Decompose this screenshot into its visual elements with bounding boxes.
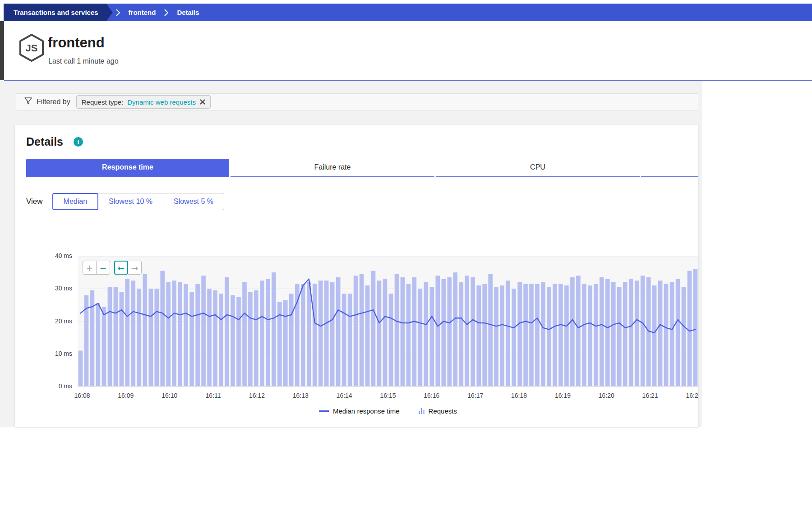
tab-label: Response time bbox=[102, 163, 153, 171]
svg-text:JS: JS bbox=[26, 42, 38, 54]
bar-chart-icon bbox=[419, 408, 424, 414]
pan-left-button[interactable]: ← bbox=[114, 261, 128, 275]
filter-funnel-icon bbox=[24, 97, 32, 106]
arrow-left-icon: ← bbox=[118, 263, 125, 273]
service-header: JS frontend Last call 1 minute ago bbox=[4, 21, 812, 80]
zoom-out-icon: − bbox=[100, 263, 107, 273]
view-selector: View Median Slowest 10 % Slowest 5 % bbox=[26, 193, 224, 211]
details-heading: Details bbox=[26, 135, 63, 148]
tab-failure-rate[interactable]: Failure rate bbox=[231, 159, 434, 177]
legend-label: Requests bbox=[429, 407, 457, 415]
tab-label: Failure rate bbox=[314, 163, 351, 171]
page-title: frontend bbox=[48, 35, 105, 51]
tab-truncated[interactable] bbox=[641, 159, 698, 177]
tab-response-time[interactable]: Response time bbox=[26, 159, 229, 177]
pan-right-button[interactable]: → bbox=[128, 261, 142, 275]
breadcrumb-details[interactable]: Details bbox=[171, 4, 204, 21]
chevron-right-icon bbox=[161, 4, 171, 21]
y-axis-tick-label: 10 ms bbox=[40, 350, 72, 357]
view-option-slowest-10[interactable]: Slowest 10 % bbox=[98, 193, 163, 210]
legend-median-response-time[interactable]: Median response time bbox=[319, 407, 400, 415]
response-time-chart[interactable] bbox=[78, 256, 698, 386]
breadcrumb-label: Transactions and services bbox=[14, 9, 98, 16]
info-icon[interactable]: i bbox=[74, 137, 83, 147]
view-option-label: Slowest 5 % bbox=[174, 198, 213, 206]
breadcrumb-label: Details bbox=[177, 9, 199, 16]
view-option-slowest-5[interactable]: Slowest 5 % bbox=[163, 193, 224, 210]
legend-label: Median response time bbox=[333, 407, 400, 415]
chart-zoom-controls: + − ← → bbox=[83, 261, 142, 275]
chevron-right-icon bbox=[113, 4, 123, 21]
view-option-label: Slowest 10 % bbox=[109, 198, 152, 206]
remove-filter-icon[interactable] bbox=[200, 99, 205, 105]
zoom-in-button[interactable]: + bbox=[83, 261, 97, 275]
y-axis-tick-label: 0 ms bbox=[40, 382, 72, 390]
zoom-out-button[interactable]: − bbox=[96, 261, 110, 275]
chart-legend: Median response time Requests bbox=[78, 405, 698, 416]
view-option-median[interactable]: Median bbox=[52, 193, 98, 210]
line-marker-icon bbox=[319, 410, 329, 412]
filter-chip-value: Dynamic web requests bbox=[127, 98, 196, 106]
legend-requests[interactable]: Requests bbox=[419, 407, 457, 415]
y-axis-tick-label: 30 ms bbox=[40, 285, 72, 292]
page: { "breadcrumb": { "items": ["Transaction… bbox=[0, 0, 812, 515]
arrow-right-icon: → bbox=[131, 263, 138, 273]
view-option-label: Median bbox=[64, 198, 87, 206]
y-axis-tick-label: 20 ms bbox=[40, 317, 72, 325]
y-axis-tick-label: 40 ms bbox=[40, 252, 72, 259]
nodejs-icon: JS bbox=[17, 32, 46, 65]
filtered-by-label: Filtered by bbox=[37, 98, 70, 106]
details-tabs: Response time Failure rate CPU bbox=[26, 159, 698, 177]
filter-chip-key: Request type: bbox=[82, 98, 124, 106]
breadcrumb-frontend[interactable]: frontend bbox=[123, 4, 161, 21]
last-call-status: Last call 1 minute ago bbox=[48, 57, 119, 65]
breadcrumb-bar: Transactions and services frontend Detai… bbox=[4, 4, 812, 21]
view-label: View bbox=[26, 197, 43, 206]
collapsed-sidebar-edge bbox=[0, 21, 4, 80]
filter-bar: Filtered by Request type: Dynamic web re… bbox=[16, 93, 698, 110]
filter-chip-request-type[interactable]: Request type: Dynamic web requests bbox=[76, 95, 211, 109]
chart-canvas bbox=[78, 256, 698, 386]
zoom-in-icon: + bbox=[86, 263, 93, 273]
tab-cpu[interactable]: CPU bbox=[436, 159, 640, 177]
tab-label: CPU bbox=[530, 163, 545, 171]
breadcrumb-transactions-and-services[interactable]: Transactions and services bbox=[4, 4, 113, 21]
breadcrumb-label: frontend bbox=[129, 9, 156, 16]
